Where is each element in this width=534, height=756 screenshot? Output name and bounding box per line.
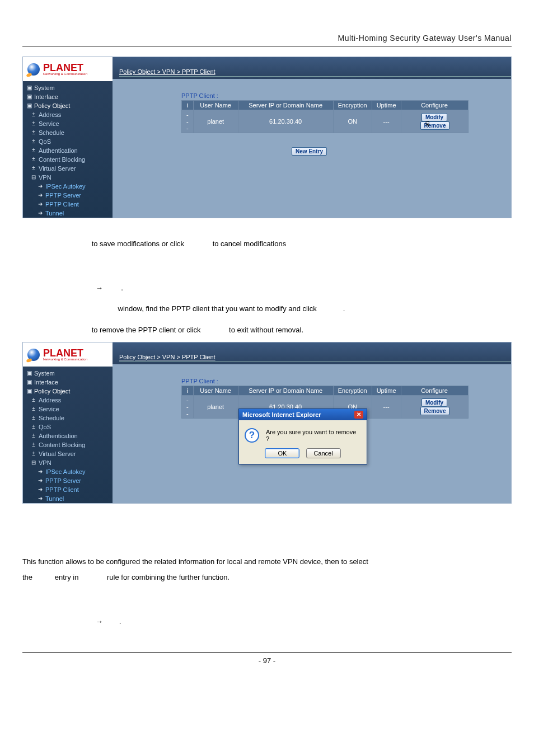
remove-button[interactable]: Remove [420,121,450,130]
step-text: to remove the PPTP client or click [92,326,201,334]
dialog-titlebar[interactable]: Microsoft Internet Explorer ✕ [239,409,367,420]
instruction-step: In the window, find the PPTP client that… [22,300,512,317]
cancel-button[interactable]: Cancel [306,448,341,458]
sidebar: PLANET Networking & Communication ▣Syste… [23,57,113,218]
plus-icon: ± [31,442,36,448]
para-line: This function allows to be configured th… [22,557,368,566]
nav-tunnel[interactable]: ➜Tunnel [23,494,113,503]
step-text: to save modifications or click [92,240,184,248]
step-period: . [343,304,345,313]
nav-pptp-server[interactable]: ➜PPTP Server [23,476,113,485]
nav-label: PPTP Client [45,486,79,493]
nav-policy-object[interactable]: ▣Policy Object [23,387,113,396]
nav-label: Service [39,406,59,412]
nav-virtual-server[interactable]: ±Virtual Server [23,164,113,173]
nav-label: Content Blocking [39,442,85,448]
ok-button[interactable]: OK [265,448,299,458]
arrow-icon: → [96,617,103,626]
nav-vpn[interactable]: ⊟VPN [23,173,113,182]
nav-qos[interactable]: ±QoS [23,137,113,146]
nav-interface[interactable]: ▣Interface [23,378,113,387]
confirm-dialog: Microsoft Internet Explorer ✕ ? Are you … [238,408,367,464]
nav-system[interactable]: ▣System [23,83,113,92]
plus-icon: ± [31,406,36,412]
nav-tunnel[interactable]: ➜Tunnel [23,209,113,218]
nav-label: Authentication [39,147,78,154]
nav-label: Virtual Server [39,165,76,172]
td-username: planet [193,110,238,133]
pptp-client-table: i User Name Server IP or Domain Name Enc… [181,100,469,133]
arrow-icon: ➜ [38,192,43,198]
nav-system[interactable]: ▣System [23,369,113,378]
th-uptime: Uptime [372,386,401,395]
plus-icon: ± [31,130,36,135]
nav-qos[interactable]: ±QoS [23,422,113,431]
nav-schedule[interactable]: ±Schedule [23,414,113,422]
nav-vpn[interactable]: ⊟VPN [23,458,113,467]
instruction-step: Click to remove the PPTP client or click… [22,321,512,339]
td-uptime: --- [372,395,401,418]
step-tail: to exit without removal. [229,326,303,334]
table-caption: PPTP Client : [181,92,495,99]
expand-icon: ▣ [26,370,32,376]
plus-icon: ± [31,112,36,118]
nav-authentication[interactable]: ±Authentication [23,146,113,155]
nav-label: IPSec Autokey [45,183,86,190]
modify-button[interactable]: Modify [421,113,447,121]
nav-content-blocking[interactable]: ±Content Blocking [23,155,113,164]
th-i: i [182,101,194,110]
nav-label: IPSec Autokey [45,468,86,475]
plus-icon: ± [31,451,36,457]
nav-pptp-client[interactable]: ➜PPTP Client [23,485,113,494]
plus-icon: ± [31,415,36,421]
plus-icon: ± [31,157,36,162]
new-entry-button[interactable]: New Entry [292,147,327,156]
plus-icon: ± [31,139,36,144]
nav-policy-object[interactable]: ▣Policy Object [23,101,113,110]
arrow-icon: ➜ [38,201,43,207]
nav-content-blocking[interactable]: ±Content Blocking [23,440,113,449]
nav-virtual-server[interactable]: ±Virtual Server [23,449,113,458]
plus-icon: ± [31,148,36,153]
header-rule [22,46,512,46]
logo-globe-icon [27,63,40,76]
logo-brand: PLANET [43,63,87,73]
arrow-icon: ➜ [38,478,43,483]
para-word: entry in [55,573,79,581]
nav-pptp-server[interactable]: ➜PPTP Server [23,191,113,200]
dialog-message: Are you sure you want to remove ? [266,429,361,442]
para-word: rule for combining the further function. [107,573,229,581]
minus-icon: ⊟ [31,175,36,180]
nav-ipsec-autokey[interactable]: ➜IPSec Autokey [23,182,113,191]
instruction-step: Select → . [22,279,512,297]
nav-service[interactable]: ±Service [23,405,113,414]
nav-label: Content Blocking [39,156,85,163]
nav-address[interactable]: ±Address [23,396,113,405]
arrow-icon: ➜ [38,184,43,189]
nav-ipsec-autokey[interactable]: ➜IPSec Autokey [23,467,113,476]
nav-label: QoS [39,138,51,145]
nav-label: PPTP Server [45,192,81,199]
app-window-pptp-client-remove: PLANET Networking & Communication ▣Syste… [22,342,512,504]
modify-button[interactable]: Modify [421,398,447,407]
remove-button[interactable]: Remove [420,407,450,415]
nav-label: Authentication [39,433,78,439]
nav-authentication[interactable]: ±Authentication [23,431,113,440]
table-header-row: i User Name Server IP or Domain Name Enc… [182,101,469,110]
dialog-title-text: Microsoft Internet Explorer [242,411,321,418]
step-tail: to cancel modifications [213,240,287,248]
expand-icon: ▣ [26,379,32,385]
close-icon[interactable]: ✕ [354,411,363,419]
td-configure: Modify Remove [401,395,468,418]
nav-schedule[interactable]: ±Schedule [23,128,113,137]
expand-icon: ▣ [26,94,32,100]
main-panel: Policy Object > VPN > PPTP Client PPTP C… [113,57,511,218]
nav-pptp-client[interactable]: ➜PPTP Client [23,200,113,209]
nav-interface[interactable]: ▣Interface [23,92,113,101]
nav-label: Schedule [39,129,64,136]
nav-address[interactable]: ±Address [23,110,113,119]
nav-service[interactable]: ±Service [23,119,113,128]
logo: PLANET Networking & Communication [23,342,113,367]
nav-label: VPN [39,459,51,466]
plus-icon: ± [31,433,36,439]
